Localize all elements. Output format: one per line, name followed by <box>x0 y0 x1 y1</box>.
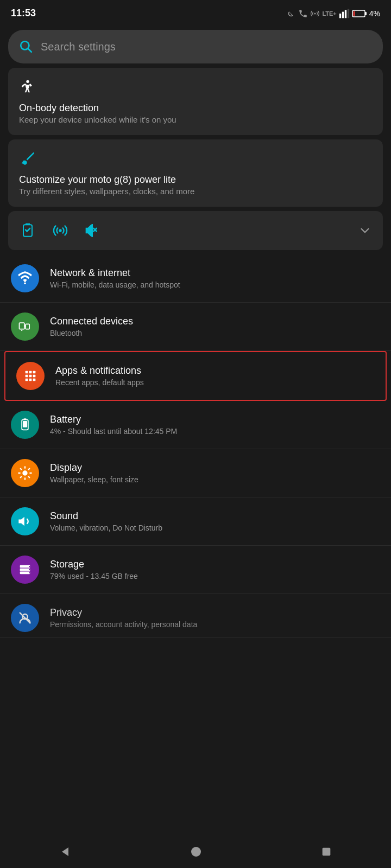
svg-rect-30 <box>23 421 27 427</box>
mute-quick-icon[interactable] <box>84 222 102 239</box>
search-icon <box>19 40 33 54</box>
customize-title: Customize your moto g(8) power lite <box>19 174 372 186</box>
sound-title: Sound <box>50 510 380 522</box>
privacy-icon-bg <box>11 604 39 632</box>
connected-icon <box>17 319 33 334</box>
svg-rect-19 <box>26 371 28 374</box>
customize-card[interactable]: Customize your moto g(8) power lite Try … <box>8 139 383 207</box>
settings-list: Network & internet Wi-Fi, mobile, data u… <box>0 254 391 638</box>
battery-title: Battery <box>50 414 380 425</box>
hotspot-quick-icon[interactable] <box>52 222 69 239</box>
svg-rect-26 <box>29 379 32 381</box>
svg-point-10 <box>26 80 29 83</box>
search-bar[interactable]: Search settings <box>8 30 383 63</box>
display-icon <box>17 465 33 481</box>
network-text: Network & internet Wi-Fi, mobile, data u… <box>50 267 380 289</box>
svg-rect-24 <box>33 375 36 378</box>
privacy-subtitle: Permissions, account activity, personal … <box>50 620 380 629</box>
battery-text-container: Battery 4% - Should last until about 12:… <box>50 414 380 436</box>
storage-icon-bg <box>11 556 39 584</box>
svg-rect-6 <box>365 12 367 15</box>
apps-icon <box>23 368 38 384</box>
storage-text: Storage 79% used - 13.45 GB free <box>50 559 380 580</box>
display-subtitle: Wallpaper, sleep, font size <box>50 475 380 484</box>
on-body-title: On-body detection <box>19 103 372 114</box>
svg-point-13 <box>59 229 61 232</box>
bottom-nav <box>0 835 391 868</box>
settings-item-sound[interactable]: Sound Volume, vibration, Do Not Disturb <box>0 497 391 546</box>
signal-icon <box>339 9 350 18</box>
battery-icon <box>352 9 367 18</box>
sound-icon <box>17 514 33 529</box>
display-title: Display <box>50 462 380 474</box>
battery-subtitle: 4% - Should last until about 12:45 PM <box>50 427 380 436</box>
sound-text: Sound Volume, vibration, Do Not Disturb <box>50 510 380 532</box>
svg-rect-7 <box>353 11 355 16</box>
home-button[interactable] <box>190 845 203 858</box>
display-icon-bg <box>11 459 39 487</box>
display-text: Display Wallpaper, sleep, font size <box>50 462 380 484</box>
battery-quick-icon[interactable] <box>19 222 36 239</box>
svg-rect-1 <box>339 14 341 18</box>
network-title: Network & internet <box>50 267 380 279</box>
settings-item-privacy[interactable]: Privacy Permissions, account activity, p… <box>0 594 391 638</box>
svg-rect-23 <box>29 375 32 378</box>
svg-point-31 <box>22 470 27 475</box>
quick-icons-left <box>19 222 102 239</box>
svg-point-17 <box>21 330 22 331</box>
svg-rect-32 <box>20 565 30 568</box>
back-button[interactable] <box>59 845 72 858</box>
sound-subtitle: Volume, vibration, Do Not Disturb <box>50 524 380 532</box>
chevron-down-icon[interactable] <box>358 224 372 238</box>
svg-point-36 <box>29 569 30 570</box>
settings-item-apps[interactable]: Apps & notifications Recent apps, defaul… <box>4 351 387 401</box>
connected-icon-bg <box>11 312 39 341</box>
on-body-detection-card[interactable]: On-body detection Keep your device unloc… <box>8 68 383 135</box>
battery-percentage: 4% <box>369 9 380 18</box>
settings-item-network[interactable]: Network & internet Wi-Fi, mobile, data u… <box>0 254 391 303</box>
hotspot-icon <box>310 9 320 18</box>
network-subtitle: Wi-Fi, mobile, data usage, and hotspot <box>50 280 380 289</box>
battery-icon-bg <box>11 411 39 439</box>
status-bar: 11:53 LTE+ 4% <box>0 0 391 24</box>
settings-item-connected[interactable]: Connected devices Bluetooth <box>0 303 391 351</box>
svg-point-14 <box>24 283 26 285</box>
svg-rect-22 <box>26 375 28 378</box>
svg-rect-20 <box>29 371 32 374</box>
svg-rect-27 <box>33 379 36 381</box>
status-icons: LTE+ 4% <box>286 9 380 18</box>
svg-point-37 <box>29 572 30 573</box>
sound-icon-bg <box>11 507 39 535</box>
svg-rect-21 <box>33 371 36 374</box>
svg-rect-34 <box>20 572 30 575</box>
svg-rect-4 <box>348 9 349 18</box>
settings-item-battery[interactable]: Battery 4% - Should last until about 12:… <box>0 401 391 449</box>
privacy-icon <box>17 610 33 626</box>
svg-marker-40 <box>62 847 68 856</box>
privacy-title: Privacy <box>50 607 380 618</box>
recents-button[interactable] <box>320 846 332 858</box>
svg-rect-42 <box>322 848 330 856</box>
search-placeholder: Search settings <box>41 41 116 53</box>
storage-title: Storage <box>50 559 380 570</box>
connected-text: Connected devices Bluetooth <box>50 316 380 337</box>
svg-rect-16 <box>26 324 29 329</box>
storage-icon <box>17 562 33 577</box>
customize-subtitle: Try different styles, wallpapers, clocks… <box>19 187 372 196</box>
status-time: 11:53 <box>11 8 36 19</box>
storage-subtitle: 79% used - 13.45 GB free <box>50 572 380 580</box>
privacy-text: Privacy Permissions, account activity, p… <box>50 607 380 629</box>
svg-rect-12 <box>26 224 30 225</box>
svg-rect-29 <box>24 418 27 419</box>
svg-point-41 <box>191 847 201 857</box>
svg-rect-3 <box>345 10 346 18</box>
svg-point-0 <box>314 12 316 14</box>
quick-icons-card <box>8 211 383 250</box>
lte-icon: LTE+ <box>322 10 336 17</box>
apps-subtitle: Recent apps, default apps <box>55 378 375 387</box>
apps-text: Apps & notifications Recent apps, defaul… <box>55 365 375 387</box>
settings-item-storage[interactable]: Storage 79% used - 13.45 GB free <box>0 546 391 594</box>
svg-rect-2 <box>342 11 344 18</box>
call-icon <box>298 9 308 18</box>
settings-item-display[interactable]: Display Wallpaper, sleep, font size <box>0 449 391 497</box>
